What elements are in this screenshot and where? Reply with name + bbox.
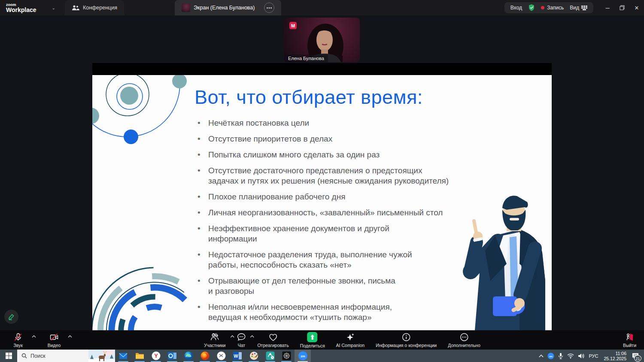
svg-text:zm: zm — [301, 354, 305, 358]
windows-logo-icon — [6, 353, 12, 359]
tray-speaker-icon[interactable] — [578, 353, 585, 359]
people-icon — [72, 5, 79, 11]
meeting-toolbar: Звук Видео — [0, 330, 644, 350]
system-tray: zm РУС 11:06 25.12.2025 — [539, 350, 644, 362]
tab-meeting-label: Конференция — [83, 5, 117, 11]
titlebar-pill: Вход Запись Вид — [504, 2, 593, 13]
taskbar-app-paint[interactable] — [246, 350, 262, 362]
brand-logo-icon: M — [289, 22, 297, 29]
bullet-item: Нечёткая постановка цели — [197, 118, 493, 128]
yandex-browser-icon: Y — [151, 351, 161, 361]
svg-text:Y: Y — [154, 353, 158, 359]
ai-companion-button[interactable]: AI Companion — [331, 332, 371, 348]
audio-options-chevron-icon[interactable] — [32, 335, 36, 338]
share-label: Поделиться — [300, 343, 325, 348]
camera-off-icon — [49, 332, 59, 342]
outlook-icon — [167, 351, 177, 361]
shared-slide: Вот, что отбирает время: Нечёткая постан… — [92, 75, 552, 330]
participant-name-label: Елена Буланова — [284, 54, 328, 62]
taskbar-app-edge[interactable] — [180, 350, 197, 362]
taskbar-app-word[interactable]: W — [229, 350, 246, 362]
restore-icon — [620, 5, 625, 10]
audio-button[interactable]: Звук — [9, 332, 27, 348]
security-shield-icon[interactable] — [528, 4, 535, 12]
share-button[interactable]: Поделиться — [295, 332, 331, 348]
zoom-app-icon: zm — [298, 351, 308, 361]
taskbar-app-zoom[interactable]: zm — [295, 350, 311, 362]
login-button[interactable]: Вход — [510, 5, 522, 11]
zoom-workplace-window: zoom Workplace ⌄ Конференция Экран (Елен… — [0, 0, 644, 362]
microphone-muted-icon — [13, 332, 23, 342]
video-options-chevron-icon[interactable] — [68, 335, 72, 338]
leave-door-icon — [625, 332, 634, 342]
participants-button[interactable]: 25 Участники — [198, 332, 231, 348]
taskbar-app-conference[interactable] — [262, 350, 278, 362]
react-button[interactable]: Отреагировать — [252, 332, 294, 348]
edge-icon — [184, 351, 194, 361]
participants-label: Участники — [204, 343, 225, 348]
tray-expand-chevron-icon[interactable] — [539, 354, 544, 358]
screenshot-tool-icon — [216, 351, 226, 361]
chat-button[interactable]: Чат — [231, 332, 252, 348]
bullet-text: Попытка слишком много сделать за один ра… — [208, 150, 380, 159]
tray-microphone-icon[interactable] — [558, 353, 563, 359]
tab-meeting[interactable]: Конференция — [65, 0, 124, 15]
bullet-item: Отсутствие приоритетов в делах — [197, 134, 493, 144]
bullet-text: Неэффективное хранение документов и друг… — [208, 224, 389, 243]
start-button[interactable] — [0, 350, 17, 362]
shared-screen-letterbox — [92, 63, 552, 75]
more-button[interactable]: Дополнительно — [442, 332, 486, 348]
bullet-item: Неэффективное хранение документов и друг… — [197, 223, 493, 244]
tray-zoom-icon[interactable]: zm — [547, 353, 554, 359]
utility-app-icon — [282, 351, 292, 361]
grid-view-icon — [581, 6, 587, 10]
bullet-item: Недостаточное разделения труда, выполнен… — [197, 250, 493, 270]
bullet-item: Личная неорганизованность, «заваленный» … — [197, 208, 493, 218]
bullet-text: Недостаточное разделения труда, выполнен… — [208, 250, 412, 269]
toolbar-left: Звук Видео — [9, 332, 63, 348]
presenter-video-tile[interactable]: M Елена Буланова — [284, 18, 360, 62]
bullet-item: Попытка слишком много сделать за один ра… — [197, 150, 493, 160]
search-input[interactable]: Поиск — [17, 350, 115, 362]
share-screen-icon — [307, 332, 318, 342]
leave-label: Выйти — [623, 343, 636, 348]
tray-wifi-icon[interactable] — [567, 353, 574, 359]
leave-button[interactable]: Выйти — [623, 332, 636, 348]
tray-clock[interactable]: 11:06 25.12.2025 — [604, 351, 626, 361]
minimize-button[interactable]: ─ — [600, 0, 615, 15]
tab-more-options-icon[interactable]: ••• — [264, 3, 274, 13]
bullet-text: Нечёткая постановка цели — [208, 118, 309, 127]
taskbar-app-outlook[interactable] — [164, 350, 180, 362]
toolbar-center: 25 Участники Чат Отре — [198, 332, 486, 348]
logo-text-workplace: Workplace — [6, 7, 36, 13]
taskbar-app-yandex-browser[interactable]: Y — [148, 350, 164, 362]
taskbar-app-screenshot-tool[interactable] — [213, 350, 229, 362]
svg-text:W: W — [234, 353, 238, 359]
view-button[interactable]: Вид — [570, 5, 587, 11]
ai-sparkle-icon — [346, 332, 355, 342]
react-label: Отреагировать — [257, 343, 289, 348]
close-button[interactable]: ✕ — [629, 0, 644, 15]
word-icon: W — [233, 351, 243, 361]
taskbar-app-utility[interactable] — [278, 350, 295, 362]
bullet-item: Отрывающие от дел телефонные звонки, пис… — [197, 276, 493, 296]
heart-icon — [268, 332, 278, 342]
notification-center-button[interactable]: 21 — [630, 350, 641, 362]
windows-taskbar: Поиск — [0, 350, 644, 362]
meeting-info-label: Информация о конференции — [376, 343, 437, 348]
taskbar-app-firefox[interactable] — [197, 350, 213, 362]
tab-screen-share[interactable]: Экран (Елена Буланова) ••• — [175, 0, 281, 15]
participants-count: 25 — [212, 332, 217, 338]
restore-button[interactable] — [615, 0, 629, 15]
bullet-text: Плохое планирование рабочего дня — [208, 192, 345, 201]
taskbar-app-mail[interactable] — [115, 350, 131, 362]
annotate-button[interactable] — [4, 310, 18, 324]
bullet-item: Отсутствие достаточного представления о … — [197, 166, 493, 186]
language-indicator[interactable]: РУС — [589, 353, 598, 359]
video-button[interactable]: Видео — [46, 332, 63, 348]
zoom-workplace-logo: zoom Workplace — [0, 3, 41, 13]
recording-indicator[interactable]: Запись — [541, 5, 564, 11]
chevron-down-icon[interactable]: ⌄ — [52, 6, 55, 10]
taskbar-app-file-explorer[interactable] — [131, 350, 148, 362]
meeting-info-button[interactable]: Информация о конференции — [370, 332, 442, 348]
